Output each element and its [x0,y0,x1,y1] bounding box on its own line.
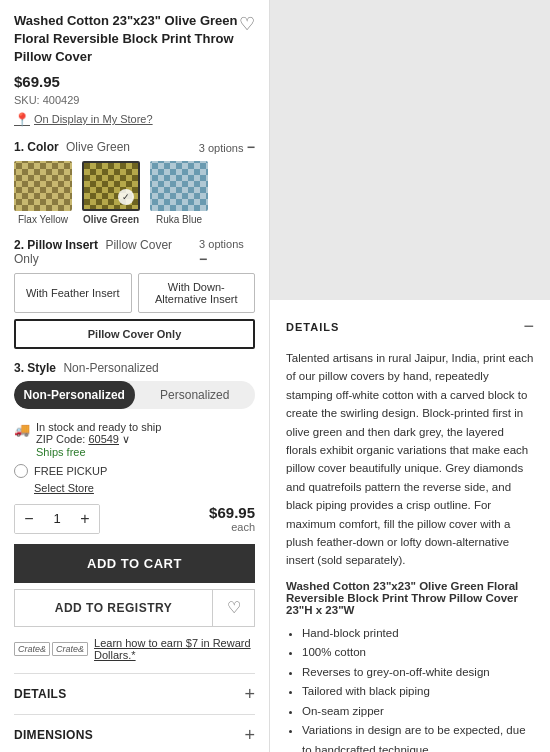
item-price: $69.95 [209,504,255,521]
ship-zip: ZIP Code: 60549 ∨ [36,433,161,446]
ship-info: In stock and ready to ship ZIP Code: 605… [36,421,161,458]
list-item: Reverses to grey-on-off-white design [302,663,534,683]
color-section-label: 1. Color Olive Green [14,140,130,154]
style-non-personalized-btn[interactable]: Non-Personalized [14,381,135,409]
pickup-radio[interactable] [14,464,28,478]
list-item: Hand-block printed [302,624,534,644]
accordion-dimensions[interactable]: DIMENSIONS + [14,714,255,752]
quantity-minus-btn[interactable]: − [15,505,43,533]
sku-value: 400429 [43,94,80,106]
details-list: Hand-block printed 100% cotton Reverses … [286,624,534,752]
style-section-label: 3. Style Non-Personalized [14,361,159,375]
crate-logo-1: Crate& [14,642,50,656]
add-to-cart-button[interactable]: ADD TO CART [14,544,255,583]
details-collapse-btn[interactable]: − [523,316,534,337]
details-body-1: Talented artisans in rural Jaipur, India… [286,349,534,570]
add-to-registry-button[interactable]: ADD TO REGISTRY [15,590,212,626]
accordion-details-label: DETAILS [14,687,67,701]
product-price: $69.95 [14,73,255,90]
pickup-row: FREE PICKUP [14,464,255,478]
select-store-link[interactable]: Select Store [34,482,255,494]
list-item: Variations in design are to be expected,… [302,721,534,752]
swatch-selected-check: ✓ [118,189,134,205]
accordion-details[interactable]: DETAILS + [14,673,255,714]
details-card: DETAILS − Talented artisans in rural Jai… [270,300,550,752]
ship-row: 🚚 In stock and ready to ship ZIP Code: 6… [14,421,255,458]
list-item: 100% cotton [302,643,534,663]
swatch-ruka-label: Ruka Blue [156,214,202,225]
style-label-row: 3. Style Non-Personalized [14,361,255,375]
details-header: DETAILS − [286,316,534,337]
product-sku: SKU: 400429 [14,94,255,106]
swatch-ruka-img [150,161,208,211]
price-display: $69.95 each [209,504,255,533]
quantity-control: − 1 + [14,504,100,534]
pillow-options-count: 3 options [199,238,244,250]
shipping-section: 🚚 In stock and ready to ship ZIP Code: 6… [14,421,255,494]
store-link-text: On Display in My Store? [34,113,153,125]
swatch-flax-yellow[interactable]: Flax Yellow [14,161,72,225]
pin-icon: 📍 [14,112,30,127]
product-title: Washed Cotton 23"x23" Olive Green Floral… [14,12,239,67]
pillow-cover-only-btn[interactable]: Pillow Cover Only [14,319,255,349]
accordion-details-icon: + [244,685,255,703]
left-panel: Washed Cotton 23"x23" Olive Green Floral… [0,0,270,752]
zip-code-link[interactable]: 60549 [88,433,119,445]
quantity-value: 1 [43,511,71,526]
ships-free-label: Ships free [36,446,161,458]
store-link[interactable]: 📍 On Display in My Store? [14,112,255,127]
style-section: 3. Style Non-Personalized Non-Personaliz… [14,361,255,409]
details-title: DETAILS [286,321,339,333]
crate-logo-2: Crate& [52,642,88,656]
accordion-dimensions-icon: + [244,726,255,744]
color-label-row: 1. Color Olive Green 3 options − [14,139,255,155]
color-options-count: 3 options [199,142,244,154]
right-panel: DETAILS − Talented artisans in rural Jai… [270,0,550,752]
ship-status: In stock and ready to ship [36,421,161,433]
style-toggle: Non-Personalized Personalized [14,381,255,409]
truck-icon: 🚚 [14,422,30,437]
pickup-label: FREE PICKUP [34,465,107,477]
right-top-spacer [270,0,550,300]
wishlist-icon[interactable]: ♡ [239,13,255,35]
registry-heart-icon[interactable]: ♡ [212,590,254,626]
swatch-olive-img: ✓ [82,161,140,211]
price-each-label: each [209,521,255,533]
pillow-label-row: 2. Pillow Insert Pillow Cover Only 3 opt… [14,237,255,267]
pillow-section-label: 2. Pillow Insert Pillow Cover Only [14,238,199,266]
swatch-ruka-blue[interactable]: Ruka Blue [150,161,208,225]
pillow-insert-section: 2. Pillow Insert Pillow Cover Only 3 opt… [14,237,255,349]
accordion-dimensions-label: DIMENSIONS [14,728,93,742]
details-subtitle: Washed Cotton 23"x23" Olive Green Floral… [286,580,534,616]
pillow-options-grid: With Feather Insert With Down-Alternativ… [14,273,255,349]
color-section: 1. Color Olive Green 3 options − Flax Ye… [14,139,255,225]
swatch-flax-img [14,161,72,211]
swatch-olive-green[interactable]: ✓ Olive Green [82,161,140,225]
sku-label: SKU: [14,94,40,106]
reward-row: Crate& Crate& Learn how to earn $7 in Re… [14,637,255,661]
price-qty-row: − 1 + $69.95 each [14,504,255,534]
product-header: Washed Cotton 23"x23" Olive Green Floral… [14,12,255,67]
swatch-olive-label: Olive Green [83,214,139,225]
add-to-registry-row: ADD TO REGISTRY ♡ [14,589,255,627]
list-item: On-seam zipper [302,702,534,722]
pillow-down-alt-btn[interactable]: With Down-Alternative Insert [138,273,256,313]
pillow-feather-btn[interactable]: With Feather Insert [14,273,132,313]
list-item: Tailored with black piping [302,682,534,702]
color-swatches: Flax Yellow ✓ Olive Green Ruka Blue [14,161,255,225]
crate-logos: Crate& Crate& [14,642,88,656]
style-personalized-btn[interactable]: Personalized [135,381,256,409]
reward-text[interactable]: Learn how to earn $7 in Reward Dollars.* [94,637,255,661]
swatch-flax-label: Flax Yellow [18,214,68,225]
quantity-plus-btn[interactable]: + [71,505,99,533]
